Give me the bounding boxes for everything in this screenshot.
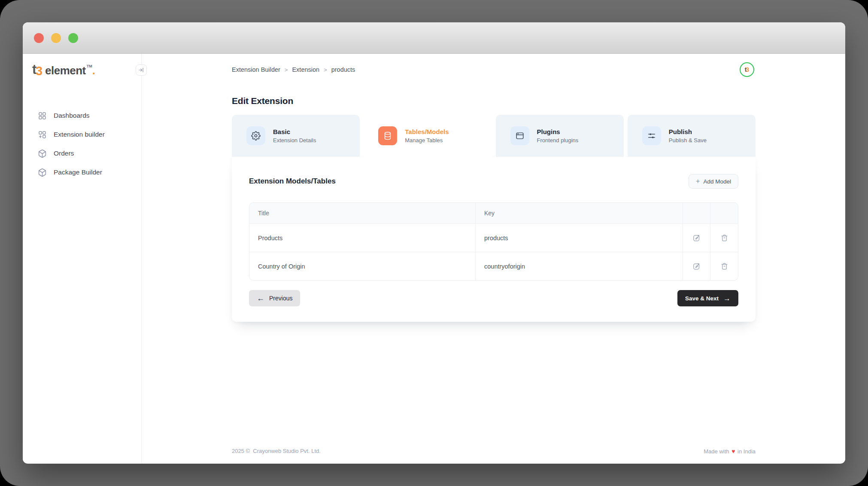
cube-icon	[38, 168, 47, 177]
collapse-right-icon	[138, 67, 144, 73]
trademark-symbol: TM	[87, 64, 92, 68]
tab-publish[interactable]: Publish Publish & Save	[628, 115, 756, 157]
footer-company: Crayonweb Studio Pvt. Ltd.	[253, 448, 321, 454]
tab-basic[interactable]: Basic Extension Details	[232, 115, 360, 157]
save-next-button[interactable]: Save & Next →	[677, 290, 738, 306]
arrow-right-icon: →	[723, 295, 731, 302]
tab-title: Tables/Models	[405, 128, 449, 135]
breadcrumb: Extension Builder > Extension > products	[232, 66, 355, 73]
tab-bar: Basic Extension Details	[232, 115, 756, 157]
page-title: Edit Extension	[232, 96, 756, 106]
brand-dot: .	[92, 64, 95, 77]
footer-copyright: 2025 © Crayonweb Studio Pvt. Ltd.	[232, 448, 321, 455]
footer-made-with: Made with ♥ in India	[704, 448, 756, 455]
sidebar-item-label: Package Builder	[54, 168, 102, 176]
tab-title: Publish	[669, 128, 707, 135]
trash-icon	[720, 262, 728, 270]
sliders-icon	[642, 126, 661, 145]
save-next-label: Save & Next	[685, 295, 719, 302]
tab-subtitle: Frontend plugins	[537, 137, 579, 144]
brand-name: element	[45, 64, 86, 77]
window-titlebar	[23, 22, 845, 54]
cell-key: countryoforigin	[476, 252, 683, 280]
sidebar-item-orders[interactable]: Orders	[31, 144, 133, 163]
browser-icon	[510, 126, 529, 145]
tab-title: Basic	[273, 128, 316, 135]
tab-subtitle: Manage Tables	[405, 137, 449, 144]
tab-plugins[interactable]: Plugins Frontend plugins	[496, 115, 624, 157]
column-header-delete	[710, 203, 738, 223]
tab-tables-models[interactable]: Tables/Models Manage Tables	[364, 115, 492, 157]
collapse-sidebar-button[interactable]	[136, 64, 147, 76]
edit-icon	[692, 262, 701, 270]
sidebar-item-label: Orders	[54, 150, 74, 157]
breadcrumb-item-extension-builder[interactable]: Extension Builder	[232, 66, 280, 73]
cube-icon	[38, 149, 47, 158]
column-header-title: Title	[249, 203, 476, 223]
previous-button[interactable]: ← Previous	[249, 290, 300, 306]
breadcrumb-item-products: products	[331, 66, 355, 73]
cell-title: Country of Origin	[249, 252, 476, 280]
delete-row-button[interactable]	[720, 262, 728, 270]
macos-window: t 3 element TM .	[23, 22, 845, 464]
sidebar-item-extension-builder[interactable]: Extension builder	[31, 125, 133, 144]
close-window-button[interactable]	[34, 33, 44, 43]
breadcrumb-item-extension[interactable]: Extension	[292, 66, 319, 73]
sidebar-item-label: Dashboards	[54, 112, 90, 119]
breadcrumb-separator: >	[285, 67, 288, 73]
edit-row-button[interactable]	[692, 262, 701, 270]
main-content: Extension Builder > Extension > products…	[142, 54, 845, 463]
sidebar: t 3 element TM .	[23, 54, 142, 463]
previous-label: Previous	[269, 295, 292, 302]
models-table: Title Key Products products	[249, 202, 738, 281]
brand-mark: t 3	[32, 63, 45, 79]
delete-row-button[interactable]	[720, 234, 728, 242]
column-header-edit	[683, 203, 710, 223]
sidebar-item-dashboards[interactable]: Dashboards	[31, 106, 133, 125]
column-header-key: Key	[476, 203, 683, 223]
grid-plus-icon	[38, 130, 47, 139]
zoom-window-button[interactable]	[68, 33, 78, 43]
arrow-left-icon: ←	[257, 294, 264, 302]
section-title: Extension Models/Tables	[249, 177, 336, 186]
plus-icon: +	[696, 177, 700, 185]
add-model-label: Add Model	[703, 178, 731, 185]
sidebar-item-label: Extension builder	[54, 131, 105, 138]
cell-title: Products	[249, 223, 476, 252]
tab-title: Plugins	[537, 128, 579, 135]
gear-icon	[246, 126, 265, 145]
database-icon	[378, 126, 397, 145]
minimize-window-button[interactable]	[51, 33, 61, 43]
breadcrumb-separator: >	[324, 67, 327, 73]
edit-icon	[692, 234, 701, 242]
grid-icon	[38, 111, 47, 120]
sidebar-item-package-builder[interactable]: Package Builder	[31, 163, 133, 182]
page-footer: 2025 © Crayonweb Studio Pvt. Ltd. Made w…	[232, 448, 756, 455]
brand-logo: t 3 element TM .	[32, 63, 141, 79]
trash-icon	[720, 234, 728, 242]
cell-key: products	[476, 223, 683, 252]
tab-subtitle: Publish & Save	[669, 137, 707, 144]
edit-row-button[interactable]	[692, 234, 701, 242]
avatar[interactable]: t 3	[740, 62, 754, 77]
add-model-button[interactable]: + Add Model	[689, 174, 738, 189]
heart-icon: ♥	[731, 448, 735, 455]
tab-subtitle: Extension Details	[273, 137, 316, 144]
tab-panel-tables-models: Extension Models/Tables + Add Model Titl…	[232, 157, 756, 322]
topbar: Extension Builder > Extension > products…	[232, 54, 754, 86]
sidebar-nav: Dashboards Extension builder	[23, 106, 141, 182]
